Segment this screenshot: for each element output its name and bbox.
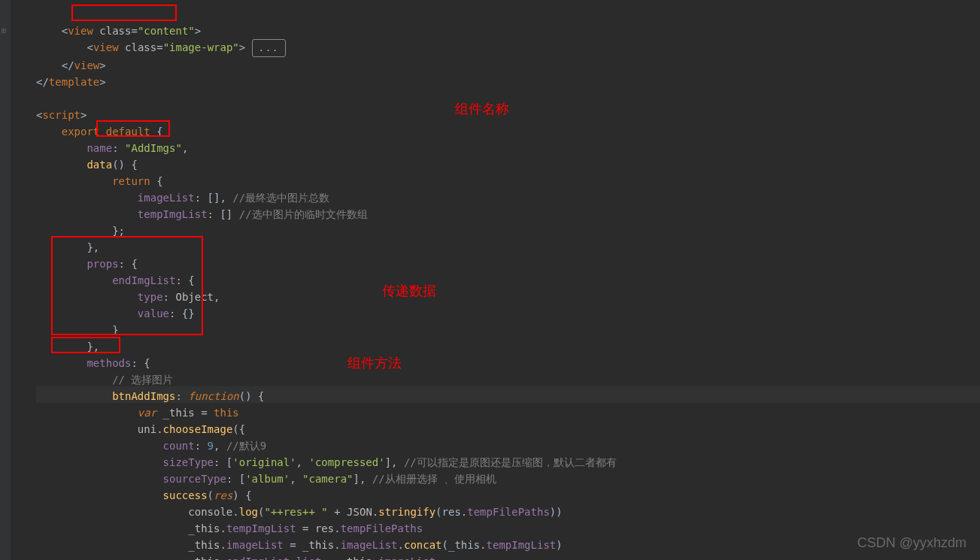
annotation-pass-data: 传递数据 [382,283,436,299]
annotation-component-name: 组件名称 [455,101,509,117]
annotation-component-method: 组件方法 [347,355,402,371]
code-editor[interactable]: <view class="content"> <view class="imag… [0,0,980,560]
fold-badge[interactable]: ... [252,39,287,57]
watermark: CSDN @yyxhzdm [857,534,966,551]
